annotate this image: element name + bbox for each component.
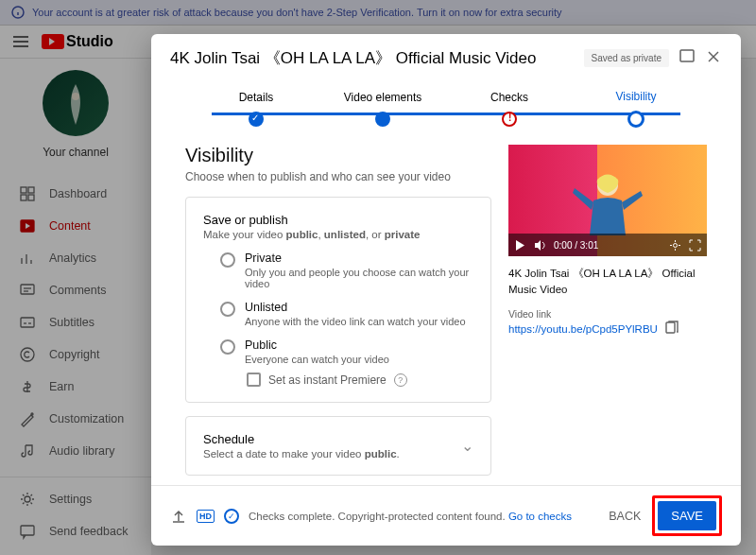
instant-premiere-option[interactable]: Set as instant Premiere ? — [247, 373, 473, 387]
footer-status: Checks complete. Copyright-protected con… — [249, 511, 572, 522]
save-publish-card: Save or publish Make your video public, … — [185, 197, 491, 403]
dialog-title: 4K Jolin Tsai 《OH LA LA LA》 Official Mus… — [170, 47, 575, 69]
fullscreen-icon[interactable] — [689, 239, 701, 251]
video-link[interactable]: https://youtu.be/pCpd5PYlRBU — [508, 323, 658, 335]
radio-icon — [220, 339, 235, 355]
dialog-footer: HD ✓ Checks complete. Copyright-protecte… — [151, 485, 741, 546]
volume-icon[interactable] — [534, 239, 546, 251]
radio-icon — [220, 302, 235, 317]
save-publish-sub: Make your video public, unlisted, or pri… — [203, 229, 473, 240]
help-icon[interactable]: ? — [394, 373, 407, 387]
video-preview[interactable]: 0:00 / 3:01 — [508, 145, 707, 256]
svg-rect-28 — [666, 322, 675, 333]
option-private[interactable]: PrivateOnly you and people you choose ca… — [220, 251, 473, 289]
svg-rect-22 — [680, 50, 694, 61]
radio-icon — [220, 252, 235, 268]
svg-point-27 — [674, 243, 678, 247]
upload-icon — [170, 508, 187, 525]
save-button-highlight: SAVE — [652, 495, 722, 536]
copy-icon[interactable] — [663, 320, 679, 338]
preview-title: 4K Jolin Tsai 《OH LA LA LA》 Official Mus… — [508, 266, 707, 299]
video-upload-dialog: 4K Jolin Tsai 《OH LA LA LA》 Official Mus… — [151, 34, 741, 546]
step-checks[interactable]: Checks — [446, 91, 573, 127]
visibility-heading: Visibility — [185, 145, 491, 166]
playback-time: 0:00 / 3:01 — [554, 240, 598, 251]
step-details[interactable]: Details — [193, 91, 319, 127]
option-public[interactable]: PublicEveryone can watch your video — [220, 338, 473, 365]
checkbox-icon — [247, 373, 261, 387]
settings-icon[interactable] — [669, 239, 681, 251]
stepper: Details Video elements Checks Visibility — [151, 82, 741, 145]
chevron-down-icon: ⌄ — [461, 437, 473, 455]
step-visibility[interactable]: Visibility — [573, 90, 699, 128]
save-publish-title: Save or publish — [203, 213, 473, 227]
option-unlisted[interactable]: UnlistedAnyone with the video link can w… — [220, 301, 473, 327]
back-button[interactable]: BACK — [609, 510, 641, 523]
video-link-label: Video link — [508, 308, 707, 320]
close-icon[interactable] — [705, 48, 722, 69]
check-icon: ✓ — [224, 509, 239, 524]
video-controls: 0:00 / 3:01 — [508, 234, 707, 256]
step-elements[interactable]: Video elements — [319, 91, 446, 127]
hd-badge: HD — [197, 510, 215, 523]
visibility-subtext: Choose when to publish and who can see y… — [185, 170, 491, 183]
go-to-checks-link[interactable]: Go to checks — [508, 511, 572, 522]
schedule-card[interactable]: Schedule Select a date to make your vide… — [185, 416, 491, 476]
save-status-chip: Saved as private — [584, 49, 670, 67]
dialog-header: 4K Jolin Tsai 《OH LA LA LA》 Official Mus… — [151, 34, 741, 82]
feedback-icon[interactable] — [679, 48, 696, 69]
save-button[interactable]: SAVE — [658, 501, 716, 530]
play-icon[interactable] — [514, 239, 526, 251]
